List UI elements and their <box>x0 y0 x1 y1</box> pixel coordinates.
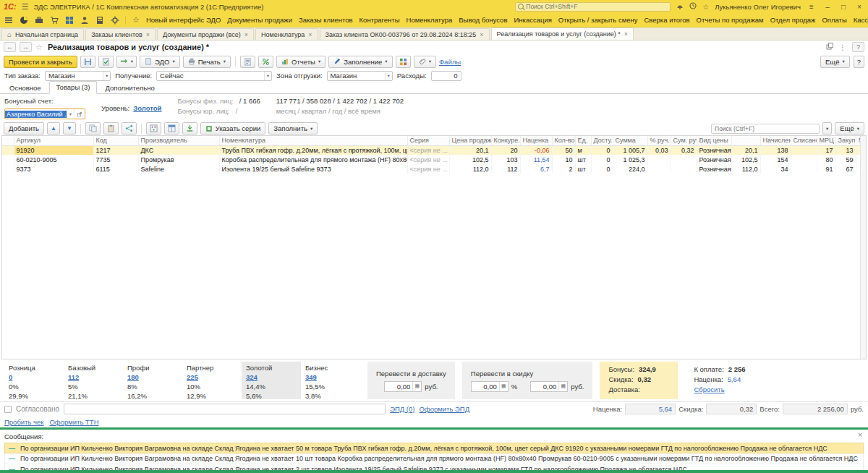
level-link[interactable]: Золотой <box>133 104 161 112</box>
menu-item-open-close-shift[interactable]: Открыть / закрыть смену <box>558 16 638 24</box>
cell-price-kind[interactable]: Розничная <box>697 164 731 174</box>
cell-unit[interactable]: м <box>575 145 591 155</box>
move-up-button[interactable]: ▲ <box>47 122 60 135</box>
cell-written-off[interactable] <box>791 155 817 164</box>
cell-artikul[interactable]: 9373 <box>14 164 93 174</box>
maximize-button[interactable]: □ <box>838 3 848 11</box>
cell-accrued[interactable]: 34 <box>760 164 791 174</box>
menu-item-sales-docs[interactable]: Документы продажи <box>227 16 292 24</box>
card-value-link[interactable]: 0 <box>9 373 62 381</box>
cell-manufacturer[interactable]: ДКС <box>138 145 219 155</box>
menu-item-client-orders[interactable]: Заказы клиентов <box>299 16 353 24</box>
calculator-icon[interactable]: ▦ <box>558 382 567 391</box>
tab-home[interactable]: ⌂ Начальная страница <box>1 28 84 40</box>
cell-available[interactable]: 0 <box>591 145 613 155</box>
nav-back-button[interactable]: ← <box>4 42 16 52</box>
nav-forward-button[interactable]: → <box>20 42 32 52</box>
col-price-kind[interactable]: Вид цены <box>697 136 731 145</box>
col-nomenclature[interactable]: Номенклатура <box>219 136 407 145</box>
edo-menu-button[interactable]: ЭДО▾ <box>140 56 180 68</box>
cell-sale-price[interactable]: 20,1 <box>449 145 491 155</box>
tab-close-icon[interactable]: × <box>480 31 483 38</box>
col-written-off[interactable]: Списано <box>791 136 817 145</box>
cell-sum[interactable]: 1 025,3 <box>613 155 647 164</box>
cell-code[interactable]: 1217 <box>93 145 138 155</box>
global-search-input[interactable] <box>526 3 668 10</box>
calculator-icon[interactable] <box>95 16 104 25</box>
fill-menu-button[interactable]: Заполнение▾ <box>328 56 392 68</box>
pie-chart-icon[interactable] <box>20 16 28 25</box>
table-row[interactable]: 60-0210-9005 7735 Промрукав Коробка расп… <box>2 155 867 164</box>
cell-written-off[interactable] <box>791 164 817 174</box>
cell-sum[interactable]: 224,0 <box>613 164 647 174</box>
cell-purchase[interactable]: 13 <box>835 145 856 155</box>
epd-link[interactable]: ЭПД (0) <box>390 405 414 413</box>
move-down-button[interactable]: ▼ <box>63 122 76 135</box>
menu-item-cash[interactable]: Касса <box>854 16 868 24</box>
col-sale-price[interactable]: Цена продажи <box>449 136 491 145</box>
tab-client-orders[interactable]: Заказы клиентов × <box>85 28 156 40</box>
briefcase-icon[interactable] <box>35 16 43 25</box>
cell-nomenclature[interactable]: Коробка распределительная для прямого мо… <box>219 155 407 164</box>
col-accrued[interactable]: Начислено <box>760 136 791 145</box>
cell-nomenclature[interactable]: Труба ПВХ гибкая гофр. д.20мм, лёгкая с … <box>219 145 407 155</box>
ttn-link[interactable]: Оформить ТТН <box>49 418 98 426</box>
print-receipt-link[interactable]: Пробить чек <box>4 418 43 426</box>
goods-grid[interactable]: Артикул Код Производитель Номенклатура С… <box>1 135 867 359</box>
attachments-button[interactable]: ▾ <box>414 56 436 68</box>
col-competitor[interactable]: Конкуре.. <box>491 136 520 145</box>
post-button[interactable] <box>98 56 114 68</box>
cell-competitor[interactable]: 103 <box>491 155 520 164</box>
print-menu-button[interactable]: Печать▾ <box>183 56 231 68</box>
menu-item-bonus-output[interactable]: Вывод бонусов <box>459 16 507 24</box>
menu-item-sales-reports[interactable]: Отчеты по продажам <box>697 16 764 24</box>
message-item[interactable]: — По организации ИП Кильченко Виктория В… <box>4 443 864 453</box>
more-button[interactable]: Ещё▾ <box>820 56 850 68</box>
tab-close-icon[interactable]: × <box>244 31 248 38</box>
col-markup[interactable]: Наценка <box>520 136 552 145</box>
structure-button[interactable] <box>396 56 411 68</box>
menu-item-reconciliation[interactable]: Сверка итогов <box>644 16 690 24</box>
abacus-icon[interactable] <box>146 122 161 135</box>
card-value-link[interactable]: 180 <box>127 373 181 381</box>
favorites-star-icon[interactable]: ☆ <box>132 15 140 25</box>
cell-markup[interactable]: -0,06 <box>520 145 552 155</box>
grid-search-input[interactable] <box>711 124 820 134</box>
dropdown-caret-icon[interactable]: ▾ <box>103 72 110 80</box>
notifications-icon[interactable] <box>676 2 684 11</box>
minimize-button[interactable]: – <box>822 3 833 11</box>
cell-competitor[interactable]: 20 <box>491 145 520 155</box>
cell-sale-price[interactable]: 102,5 <box>449 155 491 164</box>
menu-item-nomenclature[interactable]: Номенклатура <box>407 16 453 24</box>
current-user[interactable]: Лукьяненко Олег Игоревич <box>715 3 801 11</box>
cell-series[interactable]: <серия не ... <box>407 145 449 155</box>
cell-mrc[interactable]: 80 <box>817 155 835 164</box>
cell-manual-sum[interactable]: 0,32 <box>671 145 697 155</box>
card-value-link[interactable]: 324 <box>246 373 299 381</box>
cell-mrc[interactable]: 91 <box>817 164 835 174</box>
tab-close-icon[interactable]: × <box>146 31 150 38</box>
help-button[interactable]: ? <box>854 56 864 68</box>
save-button[interactable] <box>80 56 95 68</box>
add-row-button[interactable]: Добавить <box>4 122 44 135</box>
discounts-button[interactable] <box>258 56 273 68</box>
bonus-account-field[interactable]: Азаренко Василий . 9391 ▾ <box>4 108 85 119</box>
cell-artikul[interactable]: 91920 <box>14 145 93 155</box>
open-in-window-icon[interactable] <box>826 43 833 51</box>
delivery-amount-input[interactable]: 0,00 ▦ <box>384 381 422 392</box>
history-icon[interactable] <box>689 2 697 11</box>
cell-available[interactable]: 0 <box>591 164 613 174</box>
kebab-menu-icon[interactable]: ⋮ <box>839 43 846 51</box>
cell-code[interactable]: 6115 <box>93 164 138 174</box>
menu-item-sales-dept[interactable]: Отдел продаж <box>770 16 816 24</box>
cell-qty[interactable]: 50 <box>552 145 575 155</box>
cell-unit[interactable]: шт <box>575 164 591 174</box>
shipping-zone-select[interactable]: Магазин▾ <box>327 71 393 81</box>
tab-sales-docs[interactable]: Документы продажи (все) × <box>157 28 254 40</box>
discount-pct-input[interactable]: 0,00 ▦ <box>471 381 509 392</box>
set-series-button[interactable]: Указать серии <box>200 122 265 135</box>
search-options-button[interactable]: ▾ <box>822 122 832 135</box>
gear-icon[interactable] <box>111 16 119 25</box>
col-unit[interactable]: Ед. <box>575 136 591 145</box>
menu-item-collection[interactable]: Инкассация <box>514 16 551 24</box>
